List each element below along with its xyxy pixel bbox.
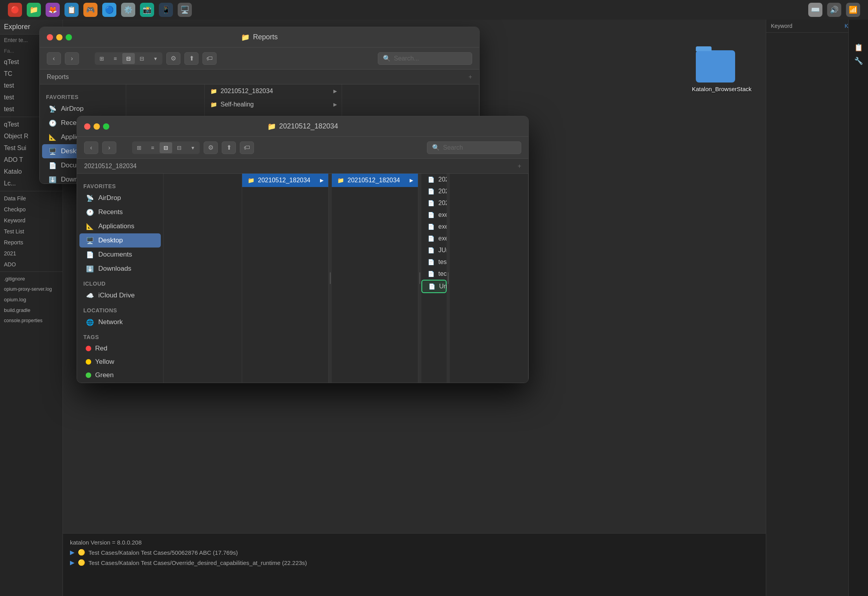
front-search[interactable]: 🔍 Search	[427, 141, 521, 154]
reports-list-view[interactable]: ≡	[109, 53, 121, 64]
reports-search[interactable]: 🔍 Search...	[378, 52, 472, 65]
front-gallery-view[interactable]: ⊟	[173, 142, 186, 153]
front-back-btn[interactable]: ‹	[84, 141, 98, 154]
front-file-20210512[interactable]: 📁 20210512_182034 ▶	[242, 174, 328, 187]
front-list-view[interactable]: ≡	[146, 142, 159, 153]
left-panel-keyword[interactable]: Keyword	[0, 215, 63, 226]
left-panel-console[interactable]: console.properties	[0, 315, 63, 326]
right-panel-icon-1[interactable]: 📋	[854, 43, 863, 52]
reports-column-view[interactable]: ⊟	[122, 53, 135, 64]
folder-icon-2: 📁	[210, 101, 217, 108]
left-panel-build[interactable]: build.gradle	[0, 305, 63, 315]
col-divider-line-3	[448, 272, 449, 284]
menu-icon-12[interactable]: 📶	[846, 3, 860, 17]
desktop-katalon-icon[interactable]: Katalon_BrowserStack	[689, 47, 742, 95]
front-detail-pdf[interactable]: 📄 20210512_182034.pdf	[421, 197, 447, 209]
col-divider-1[interactable]	[329, 174, 332, 383]
reports-file-20210512[interactable]: 📁 20210512_182034 ▶	[205, 84, 342, 98]
front-zoom-btn[interactable]	[103, 123, 109, 130]
reports-tag-btn[interactable]: 🏷	[202, 52, 217, 65]
bottom-log1[interactable]: ▶ 🟡 Test Cases/Katalon Test Cases/500628…	[67, 547, 864, 557]
front-detail-exec-uuid[interactable]: 📄 execution.uuid	[421, 221, 447, 233]
col-divider-3[interactable]	[447, 174, 450, 383]
reports-zoom-btn[interactable]	[66, 34, 72, 40]
menu-icon-1[interactable]: 📁	[27, 3, 41, 17]
menu-icon-3[interactable]: 📋	[64, 3, 79, 17]
front-sidebar-documents[interactable]: 📄 Documents	[79, 248, 161, 262]
left-panel-2021[interactable]: 2021	[0, 248, 63, 259]
left-panel-opium-proxy[interactable]: opium-proxy-server.log	[0, 284, 63, 294]
left-panel-datafile[interactable]: Data File	[0, 193, 63, 204]
left-panel-opium[interactable]: opium.log	[0, 294, 63, 305]
menu-icon-2[interactable]: 🦊	[46, 3, 60, 17]
menu-icon-6[interactable]: ⚙️	[121, 3, 135, 17]
reports-share-btn[interactable]: ⬆	[184, 52, 199, 65]
reports-forward-btn[interactable]: ›	[65, 52, 79, 65]
front-sidebar-icloud[interactable]: ☁️ iCloud Drive	[79, 288, 161, 303]
reports-back-btn[interactable]: ‹	[47, 52, 61, 65]
reports-traffic-lights	[47, 34, 72, 40]
reports-sidebar-airdrop[interactable]: 📡 AirDrop	[42, 102, 123, 116]
front-minimize-btn[interactable]	[94, 123, 100, 130]
reports-minimize-btn[interactable]	[56, 34, 63, 40]
left-panel-checkpo[interactable]: Checkpo	[0, 204, 63, 215]
front-tag-green[interactable]: Green	[79, 369, 161, 382]
front-detail-junit[interactable]: 📄 JUnit_Report.xml	[421, 244, 447, 256]
reports-close-btn[interactable]	[47, 34, 53, 40]
right-panel-icon-2[interactable]: 🔧	[854, 57, 863, 65]
front-tag-red-dot	[86, 346, 91, 351]
front-detail-tecid[interactable]: 📄 tec_id.txt	[421, 268, 447, 280]
left-panel-ado[interactable]: ADO	[0, 259, 63, 270]
front-tag-red[interactable]: Red	[79, 342, 161, 355]
left-panel-testlist[interactable]: Test List	[0, 226, 63, 237]
front-tag-yellow[interactable]: Yellow	[79, 355, 161, 369]
right-panel: Keyword Katalon 📋 🔧	[766, 20, 868, 596]
front-detail-exec-props[interactable]: 📄 execution.properties	[421, 209, 447, 221]
menu-icon-8[interactable]: 📱	[159, 3, 173, 17]
menu-icon-11[interactable]: 🔊	[827, 3, 841, 17]
menu-icon-7[interactable]: 📸	[140, 3, 154, 17]
reports-file-selfhealing[interactable]: 📁 Self-healing ▶	[205, 98, 342, 111]
front-column-view[interactable]: ⊟	[160, 142, 172, 153]
front-detail-exec-log[interactable]: 📄 execution0.log	[421, 233, 447, 244]
menu-icon-9[interactable]: 🖥️	[178, 3, 192, 17]
front-sidebar-desktop[interactable]: 🖥️ Desktop	[79, 233, 161, 248]
front-tag-btn[interactable]: 🏷	[240, 141, 254, 154]
front-desktop-icon: 🖥️	[86, 236, 94, 245]
front-detail-html[interactable]: 📄 20210512_182034.html	[421, 185, 447, 197]
front-view-more[interactable]: ▾	[186, 142, 199, 153]
front-tag-blue[interactable]: Blue	[79, 382, 161, 383]
front-sidebar-network[interactable]: 🌐 Network	[79, 315, 161, 329]
documents-icon: 📄	[48, 161, 57, 170]
col-divider-2[interactable]	[418, 174, 421, 383]
front-share-btn[interactable]: ⬆	[222, 141, 236, 154]
front-detail-binding[interactable]: 📄 testCaseBinding	[421, 256, 447, 268]
front-icon-view[interactable]: ⊞	[133, 142, 145, 153]
reports-action-btn[interactable]: ⚙	[166, 52, 180, 65]
reports-icon-view[interactable]: ⊞	[96, 53, 108, 64]
front-forward-btn[interactable]: ›	[102, 141, 116, 154]
reports-view-more[interactable]: ▾	[149, 53, 162, 64]
menu-icon-4[interactable]: 🎮	[83, 3, 97, 17]
bottom-log2[interactable]: ▶ 🟡 Test Cases/Katalon Test Cases/Overri…	[67, 557, 864, 568]
left-panel-gitignore[interactable]: .gitignore	[0, 273, 63, 284]
front-detail-csv[interactable]: 📄 20210512_182034.csv	[421, 174, 447, 185]
front-action-btn[interactable]: ⚙	[204, 141, 218, 154]
front-toolbar: ‹ › ⊞ ≡ ⊟ ⊟ ▾ ⚙ ⬆ 🏷 🔍 Search	[77, 137, 528, 159]
menu-icon-5[interactable]: 🔵	[102, 3, 116, 17]
front-close-btn[interactable]	[84, 123, 90, 130]
front-sidebar-applications[interactable]: 📐 Applications	[79, 219, 161, 233]
front-sidebar-downloads[interactable]: ⬇️ Downloads	[79, 262, 161, 276]
front-sidebar-airdrop[interactable]: 📡 AirDrop	[79, 191, 161, 205]
binding-icon: 📄	[428, 259, 434, 265]
menu-icon-10[interactable]: ⌨️	[808, 3, 822, 17]
front-file-20210512-sub[interactable]: 📁 20210512_182034 ▶	[332, 174, 418, 187]
left-panel-reports[interactable]: Reports	[0, 237, 63, 248]
front-add-btn[interactable]: +	[518, 163, 521, 170]
katalon-folder-graphic	[696, 50, 735, 83]
menu-icon-0[interactable]: 🔴	[8, 3, 22, 17]
reports-gallery-view[interactable]: ⊟	[136, 53, 148, 64]
front-sidebar-recents[interactable]: 🕐 Recents	[79, 205, 161, 219]
front-detail-diff[interactable]: 📄 Untitled-1.diff	[421, 280, 447, 293]
reports-add-btn[interactable]: +	[469, 73, 472, 81]
